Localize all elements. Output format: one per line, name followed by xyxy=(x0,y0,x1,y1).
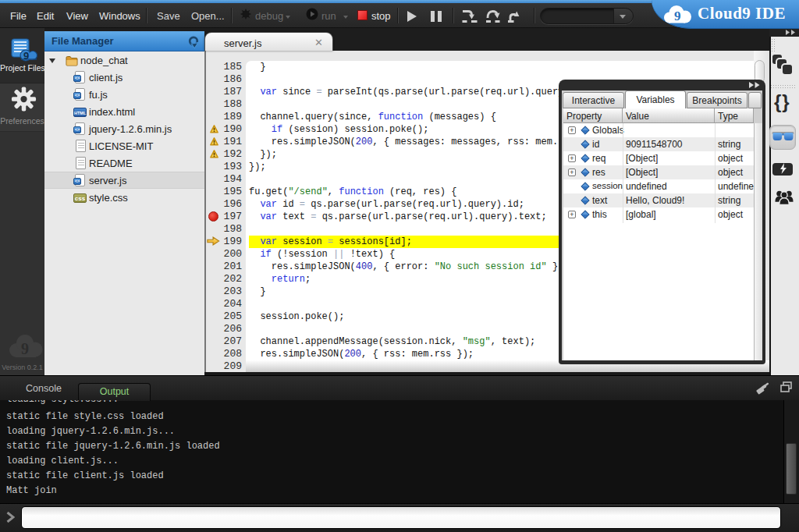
svg-text:9: 9 xyxy=(674,9,681,23)
svg-text:9: 9 xyxy=(21,340,29,357)
svg-text:9: 9 xyxy=(23,50,29,62)
